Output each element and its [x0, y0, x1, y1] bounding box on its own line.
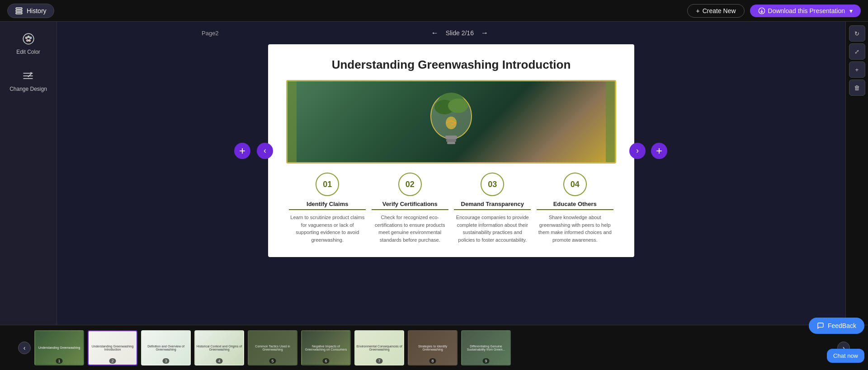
slide-item-2: 02 Verify Certifications Check for recog… — [372, 173, 448, 244]
slide-nav: ← Slide 2/16 → — [431, 24, 488, 42]
slide-main: Understanding Greenwashing Introduction — [268, 44, 634, 257]
history-label: History — [27, 7, 47, 14]
refresh-icon: ↻ — [854, 30, 859, 37]
item-title-3: Demand Transparency — [454, 201, 531, 210]
item-desc-4: Share knowledge about greenwashing with … — [537, 214, 613, 244]
item-number-3: 03 — [481, 173, 504, 196]
trash-icon: 🗑 — [854, 84, 860, 91]
item-title-1: Identify Claims — [289, 201, 366, 210]
slide-badge-9: 9 — [482, 358, 489, 364]
item-number-4: 04 — [563, 173, 587, 196]
green-bar-right — [606, 81, 615, 162]
slide-badge-1: 1 — [56, 358, 62, 364]
add-slide-right-button[interactable]: + — [651, 143, 667, 159]
svg-point-16 — [448, 98, 468, 113]
svg-point-4 — [23, 33, 33, 44]
fullscreen-button[interactable]: ⤢ — [849, 43, 865, 60]
main-content: Edit Color Change Design Page2 ← Slide 2… — [0, 22, 868, 325]
slide-badge-6: 6 — [322, 358, 329, 364]
design-icon — [22, 70, 34, 82]
item-number-1: 01 — [316, 173, 339, 196]
item-title-2: Verify Certifications — [372, 201, 448, 210]
bulb-tree-icon — [422, 82, 481, 161]
svg-point-6 — [28, 36, 29, 38]
slide-badge-2: 2 — [109, 358, 116, 364]
slide-nav-right-button[interactable]: › — [629, 143, 646, 159]
slide-items-row: 01 Identify Claims Learn to scrutinize p… — [286, 173, 616, 244]
slide-badge-8: 8 — [429, 358, 436, 364]
sidebar-item-change-design[interactable]: Change Design — [9, 70, 47, 92]
slide-indicator: Slide 2/16 — [446, 29, 474, 37]
svg-rect-2 — [16, 12, 22, 14]
top-bar-right: + Create New Download this Presentation … — [687, 4, 861, 18]
filmstrip-slide-4[interactable]: Historical Context and Origins of Greenw… — [194, 330, 244, 365]
slide-next-arrow[interactable]: → — [481, 29, 488, 37]
download-button[interactable]: Download this Presentation ▾ — [750, 5, 861, 17]
filmstrip-slide-9[interactable]: Differentiating Genuine Sustainability f… — [461, 330, 511, 365]
fullscreen-icon: ⤢ — [854, 48, 859, 55]
slide-item-3: 03 Demand Transparency Encourage compani… — [454, 173, 531, 244]
zoom-in-icon: + — [855, 66, 859, 73]
svg-rect-0 — [16, 8, 22, 9]
svg-point-7 — [29, 37, 31, 39]
edit-color-label: Edit Color — [16, 49, 40, 55]
slide-badge-3: 3 — [162, 358, 169, 364]
filmstrip-prev-button[interactable]: ‹ — [18, 342, 31, 354]
download-icon — [758, 7, 765, 14]
slide-item-4: 04 Educate Others Share knowledge about … — [537, 173, 613, 244]
filmstrip-slides: Understanding Greenwashing 1 Understandi… — [34, 330, 834, 365]
chevron-down-icon: ▾ — [849, 7, 853, 14]
right-toolbar: ↻ ⤢ + 🗑 — [845, 22, 868, 325]
filmstrip-slide-6[interactable]: Negative Impacts of Greenwashing on Cons… — [301, 330, 351, 365]
chat-now-button[interactable]: Chat now — [827, 349, 864, 363]
chevron-right-icon: › — [636, 146, 639, 155]
filmstrip-slide-3[interactable]: Definition and Overview of Greenwashing … — [141, 330, 191, 365]
slide-badge-4: 4 — [216, 358, 222, 364]
item-title-4: Educate Others — [537, 201, 613, 210]
slide-badge-5: 5 — [269, 358, 276, 364]
slide-badge-7: 7 — [376, 358, 382, 364]
svg-rect-23 — [447, 142, 455, 144]
left-sidebar: Edit Color Change Design — [0, 22, 57, 325]
plus-icon: + — [656, 145, 662, 157]
delete-button[interactable]: 🗑 — [849, 80, 865, 96]
center-area: Page2 ← Slide 2/16 → + ‹ Understanding G… — [57, 22, 845, 325]
item-desc-1: Learn to scrutinize product claims for v… — [289, 214, 366, 244]
create-new-label: Create New — [703, 7, 736, 14]
feedback-label: FeedBack — [828, 322, 856, 329]
filmstrip-slide-2[interactable]: Understanding Greenwashing Introduction … — [88, 330, 137, 365]
item-desc-2: Check for recognized eco-certifications … — [372, 214, 448, 244]
change-design-label: Change Design — [9, 86, 47, 92]
feedback-button[interactable]: FeedBack — [809, 318, 864, 334]
filmstrip-slide-7[interactable]: Environmental Consequences of Greenwashi… — [354, 330, 404, 365]
palette-icon — [22, 33, 35, 45]
green-bar-left — [288, 81, 297, 162]
plus-icon: + — [696, 7, 699, 14]
svg-point-5 — [25, 37, 27, 39]
filmstrip-slide-1[interactable]: Understanding Greenwashing 1 — [34, 330, 84, 365]
zoom-in-button[interactable]: + — [849, 61, 865, 78]
history-button[interactable]: History — [7, 4, 54, 18]
feedback-icon — [817, 322, 824, 329]
chevron-left-icon: ‹ — [264, 146, 266, 155]
item-desc-3: Encourage companies to provide complete … — [454, 214, 531, 244]
page-label: Page2 — [202, 30, 219, 37]
slide-image — [286, 80, 616, 164]
create-new-button[interactable]: + Create New — [687, 4, 744, 18]
slide-prev-arrow[interactable]: ← — [431, 29, 439, 37]
sidebar-item-edit-color[interactable]: Edit Color — [16, 33, 40, 55]
svg-rect-1 — [16, 10, 22, 11]
filmstrip: ‹ Understanding Greenwashing 1 Understan… — [0, 325, 868, 370]
top-bar: History + Create New Download this Prese… — [0, 0, 868, 22]
add-slide-left-button[interactable]: + — [234, 143, 250, 159]
refresh-button[interactable]: ↻ — [849, 25, 865, 42]
svg-point-9 — [26, 40, 28, 42]
svg-rect-22 — [446, 139, 456, 142]
plus-icon: + — [239, 145, 245, 157]
svg-rect-21 — [445, 136, 457, 139]
slide-nav-left-button[interactable]: ‹ — [257, 143, 273, 159]
slide-title: Understanding Greenwashing Introduction — [286, 58, 616, 72]
filmstrip-slide-8[interactable]: Strategies to Identify Greenwashing 8 — [408, 330, 458, 365]
history-icon — [15, 7, 23, 15]
filmstrip-slide-5[interactable]: Common Tactics Used in Greenwashing 5 — [248, 330, 297, 365]
